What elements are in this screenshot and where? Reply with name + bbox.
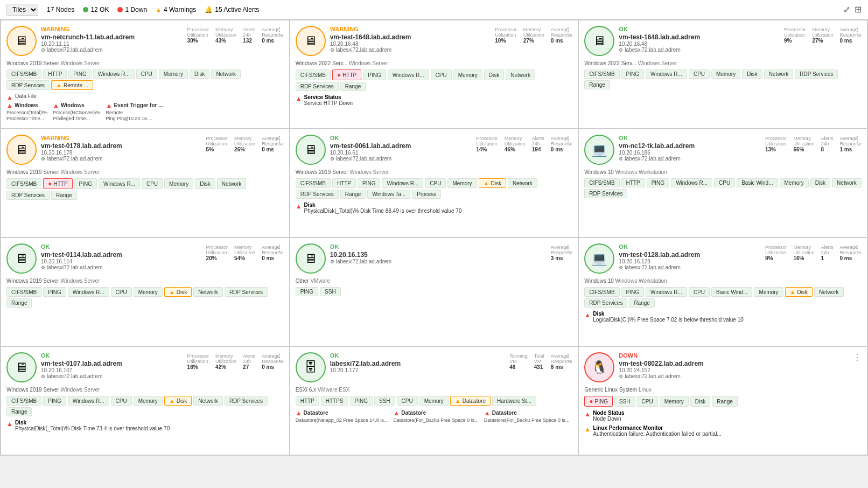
- service-remote-...[interactable]: ▲Remote ...: [51, 80, 93, 90]
- expand-button[interactable]: ⤢: [843, 4, 850, 15]
- service-rdp-services[interactable]: RDP Services: [6, 191, 50, 200]
- service-rdp-services[interactable]: RDP Services: [795, 69, 838, 79]
- service-cifs/smb[interactable]: CIFS/SMB: [6, 396, 41, 406]
- service-ssh[interactable]: SSH: [614, 396, 635, 407]
- tile-more-button[interactable]: ⋮: [564, 26, 572, 36]
- service-network[interactable]: Network: [764, 69, 794, 79]
- service-windows-r...[interactable]: Windows R...: [646, 69, 687, 79]
- service-network[interactable]: Network: [211, 69, 241, 79]
- service-ssh[interactable]: SSH: [374, 396, 395, 406]
- service-memory[interactable]: Memory: [447, 178, 477, 188]
- service-ping[interactable]: PING: [647, 178, 669, 187]
- service-network[interactable]: Network: [193, 396, 223, 406]
- view-selector[interactable]: Tiles: [6, 4, 38, 16]
- service-range[interactable]: Range: [51, 191, 76, 200]
- service-cpu[interactable]: CPU: [689, 69, 710, 79]
- tile-more-button[interactable]: ⋮: [564, 243, 572, 254]
- service-range[interactable]: Range: [6, 407, 32, 416]
- service-range[interactable]: Range: [712, 396, 737, 407]
- service-network[interactable]: Network: [217, 178, 247, 189]
- service-hardware-st...[interactable]: Hardware St...: [492, 396, 536, 406]
- service-ping[interactable]: PING: [358, 178, 380, 188]
- service-cifs/smb[interactable]: CIFS/SMB: [296, 69, 331, 80]
- service-cifs/smb[interactable]: CIFS/SMB: [6, 287, 41, 297]
- service-memory[interactable]: Memory: [660, 396, 689, 407]
- tile-more-button[interactable]: ⋮: [275, 352, 284, 362]
- service-cpu[interactable]: CPU: [397, 396, 418, 406]
- service-windows-r...[interactable]: Windows R...: [68, 396, 109, 406]
- service-ping[interactable]: PING: [43, 396, 66, 406]
- service-basic-wind...[interactable]: Basic Wind...: [711, 287, 752, 297]
- tile-more-button[interactable]: ⋮: [853, 135, 862, 145]
- tile-more-button[interactable]: ⋮: [853, 352, 862, 362]
- service-cpu[interactable]: CPU: [689, 287, 710, 297]
- service-disk[interactable]: ▲Disk: [785, 287, 813, 297]
- service-cpu[interactable]: CPU: [637, 396, 658, 407]
- service-http[interactable]: HTTP: [296, 396, 319, 406]
- service-memory[interactable]: Memory: [711, 69, 740, 79]
- service-disk[interactable]: Disk: [690, 396, 710, 407]
- service-disk[interactable]: Disk: [190, 69, 209, 79]
- service-rdp-services[interactable]: RDP Services: [6, 80, 50, 90]
- service-https[interactable]: HTTPS: [321, 396, 348, 406]
- service-ping[interactable]: PING: [621, 69, 644, 79]
- service-cpu[interactable]: CPU: [431, 69, 452, 80]
- service-windows-r...[interactable]: Windows R...: [68, 287, 109, 297]
- service-disk[interactable]: Disk: [484, 69, 504, 80]
- service-http[interactable]: HTTP: [621, 178, 645, 187]
- service-rdp-services[interactable]: RDP Services: [296, 190, 339, 199]
- service-disk[interactable]: ▲Disk: [479, 178, 506, 188]
- tile-more-button[interactable]: ⋮: [275, 243, 284, 254]
- service-http[interactable]: HTTP: [43, 69, 67, 79]
- service-ping[interactable]: PING: [74, 178, 97, 189]
- service-memory[interactable]: Memory: [164, 178, 193, 189]
- service-ping[interactable]: PING: [68, 69, 91, 79]
- service-disk[interactable]: Disk: [742, 69, 762, 79]
- service-cpu[interactable]: CPU: [142, 178, 163, 189]
- service-cifs/smb[interactable]: CIFS/SMB: [584, 69, 619, 79]
- service-network[interactable]: Network: [506, 69, 535, 80]
- service-windows-r...[interactable]: Windows R...: [382, 178, 423, 188]
- tile-more-button[interactable]: ⋮: [853, 26, 862, 36]
- service-http[interactable]: ●HTTP: [332, 69, 361, 80]
- service-memory[interactable]: Memory: [419, 396, 449, 406]
- tile-more-button[interactable]: ⋮: [564, 135, 572, 145]
- service-windows-r...[interactable]: Windows R...: [388, 69, 429, 80]
- service-network[interactable]: Network: [832, 178, 862, 187]
- service-ping[interactable]: ●PING: [584, 396, 613, 407]
- tile-more-button[interactable]: ⋮: [275, 26, 284, 36]
- service-rdp-services[interactable]: RDP Services: [225, 287, 268, 297]
- service-network[interactable]: Network: [193, 287, 223, 297]
- service-range[interactable]: Range: [340, 82, 366, 91]
- service-ping[interactable]: PING: [296, 287, 318, 296]
- service-rdp-services[interactable]: RDP Services: [225, 396, 268, 406]
- service-windows-ta...[interactable]: Windows Ta...: [367, 190, 410, 199]
- service-disk[interactable]: ▲Disk: [164, 287, 192, 297]
- service-basic-wind...[interactable]: Basic Wind...: [737, 178, 778, 187]
- service-ssh[interactable]: SSH: [320, 287, 341, 296]
- service-range[interactable]: Range: [629, 298, 654, 308]
- service-cpu[interactable]: CPU: [425, 178, 446, 188]
- service-disk[interactable]: Disk: [195, 178, 215, 189]
- service-cpu[interactable]: CPU: [714, 178, 735, 187]
- service-disk[interactable]: Disk: [810, 178, 830, 187]
- service-cpu[interactable]: CPU: [136, 69, 157, 79]
- tile-more-button[interactable]: ⋮: [564, 352, 572, 362]
- service-http[interactable]: ●HTTP: [43, 178, 72, 189]
- service-windows-r...[interactable]: Windows R...: [99, 178, 140, 189]
- service-cifs/smb[interactable]: CIFS/SMB: [584, 287, 619, 297]
- service-memory[interactable]: Memory: [134, 396, 163, 406]
- service-memory[interactable]: Memory: [159, 69, 188, 79]
- service-network[interactable]: Network: [508, 178, 537, 188]
- service-rdp-services[interactable]: RDP Services: [296, 82, 339, 91]
- service-memory[interactable]: Memory: [134, 287, 163, 297]
- service-cifs/smb[interactable]: CIFS/SMB: [6, 178, 41, 189]
- service-ping[interactable]: PING: [621, 287, 644, 297]
- tile-more-button[interactable]: ⋮: [275, 135, 284, 145]
- service-windows-r...[interactable]: Windows R...: [646, 287, 687, 297]
- grid-button[interactable]: ⊞: [855, 4, 862, 15]
- service-rdp-services[interactable]: RDP Services: [584, 298, 627, 308]
- service-cpu[interactable]: CPU: [111, 287, 132, 297]
- service-rdp-services[interactable]: RDP Services: [584, 189, 627, 198]
- service-windows-r...[interactable]: Windows R...: [93, 69, 135, 79]
